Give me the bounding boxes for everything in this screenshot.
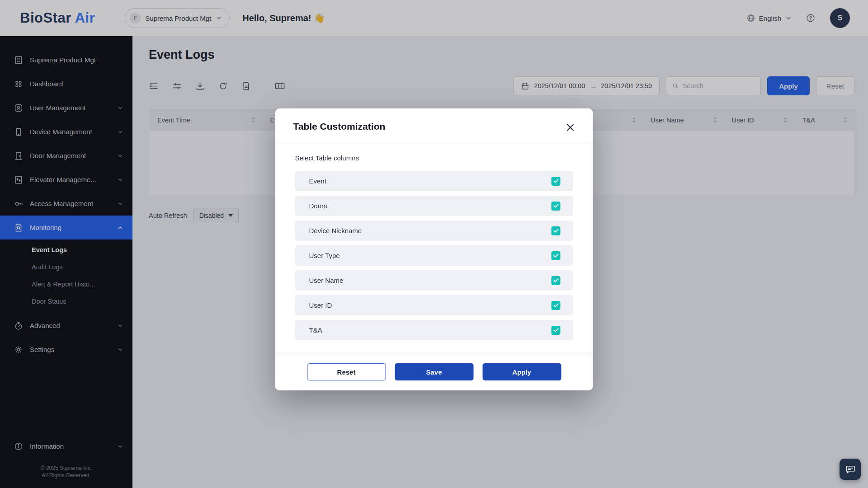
- chat-widget-button[interactable]: [840, 459, 861, 480]
- column-toggle-event[interactable]: Event: [295, 171, 573, 191]
- column-toggle-label: T&A: [309, 326, 322, 334]
- column-toggle-label: Device Nickname: [309, 227, 362, 235]
- column-toggle-ta[interactable]: T&A: [295, 320, 573, 340]
- modal-reset-button[interactable]: Reset: [307, 363, 386, 380]
- column-toggle-user-type[interactable]: User Type: [295, 245, 573, 266]
- close-button[interactable]: [563, 120, 578, 135]
- checkbox-checked-icon[interactable]: [552, 226, 561, 235]
- checkbox-checked-icon[interactable]: [552, 177, 561, 186]
- checkbox-checked-icon[interactable]: [552, 202, 561, 211]
- modal-apply-button[interactable]: Apply: [482, 363, 561, 380]
- column-toggle-label: User ID: [309, 301, 332, 309]
- chat-icon: [845, 464, 856, 475]
- column-toggle-user-name[interactable]: User Name: [295, 270, 573, 291]
- column-toggle-user-id[interactable]: User ID: [295, 295, 573, 315]
- modal-save-button[interactable]: Save: [395, 363, 473, 380]
- checkbox-checked-icon[interactable]: [552, 251, 561, 260]
- column-toggle-label: Event: [309, 177, 326, 185]
- column-toggle-label: Doors: [309, 202, 327, 210]
- checkbox-checked-icon[interactable]: [552, 326, 561, 335]
- modal-body: Select Table columns Event Doors Device …: [275, 142, 593, 355]
- checkbox-checked-icon[interactable]: [552, 276, 561, 285]
- modal-title: Table Customization: [293, 121, 575, 132]
- modal-subtitle: Select Table columns: [295, 154, 573, 162]
- column-toggle-label: User Type: [309, 252, 340, 259]
- modal-header: Table Customization: [275, 108, 593, 142]
- column-toggle-device-nickname[interactable]: Device Nickname: [295, 221, 573, 241]
- checkbox-checked-icon[interactable]: [552, 301, 561, 310]
- close-icon: [565, 122, 576, 133]
- modal-footer: Reset Save Apply: [275, 355, 593, 390]
- table-customization-modal: Table Customization Select Table columns…: [275, 108, 593, 390]
- column-toggle-label: User Name: [309, 277, 344, 284]
- column-toggle-doors[interactable]: Doors: [295, 196, 573, 216]
